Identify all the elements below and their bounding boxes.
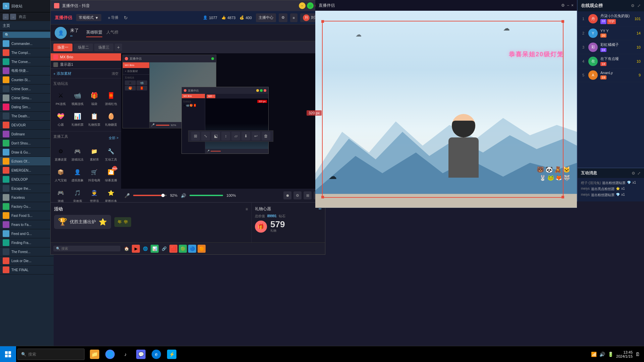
battery-icon[interactable]: 🔋 [608,352,613,357]
tool-admin[interactable]: 👮 管理员 [87,186,102,202]
list-item[interactable]: Look or Die... [0,256,54,265]
taskbar-app-5[interactable]: ⚡ [164,347,179,362]
taskbar-app-edge[interactable]: e [149,347,164,362]
edit-flip-v[interactable]: ▱ [231,132,240,140]
tool-avatar[interactable]: 👤 虚拟形象 [70,165,85,184]
search-input[interactable] [28,352,75,357]
interaction-egg[interactable]: 🥚 礼物砸蛋 [104,110,118,128]
interaction-pk[interactable]: ⚔ PK连线 [53,89,68,108]
notification-icon[interactable]: 🗓 [635,352,640,357]
list-item[interactable]: Faceless [0,193,54,202]
menu-button[interactable]: ≡ [290,13,298,22]
minimize-button[interactable]: − [299,2,306,9]
browser-tab-8[interactable]: 🔵 [188,245,196,253]
tool-chest[interactable]: 📦 人气宝箱 [53,165,68,184]
list-item[interactable]: Commander... [0,39,54,48]
resize-handle-tr[interactable] [561,20,564,23]
tab-league[interactable]: 英雄联盟 [86,28,102,37]
wifi-icon[interactable]: 📶 [591,352,597,357]
edit-expand[interactable]: ⊞ [191,132,200,140]
tool-audio[interactable]: 🎵 音效库 [70,186,85,202]
taskbar-app-browser-chrome[interactable]: 🌐 [103,347,117,362]
record-button[interactable]: ⏺ [283,191,291,199]
browser-tab-5[interactable]: 🔗 [160,245,168,253]
clear-label[interactable]: 清空 [112,71,118,76]
taskbar-app-tiktok[interactable]: ♪ [118,347,133,362]
edit-delete[interactable]: 🗑 [262,132,270,140]
settings-button[interactable]: ⚙ [279,13,287,22]
list-item[interactable]: Counter-St... [0,75,54,84]
list-item-the-final[interactable]: THE FINAL [0,265,54,275]
viewer-expand-icon[interactable]: ⤢ [637,3,641,8]
list-item[interactable]: Don't Shou... [0,139,54,148]
list-item[interactable]: Feed and G... [0,229,54,238]
source-item-display[interactable]: 显示器1 [51,61,121,69]
list-item[interactable]: The Conve... [0,57,54,66]
tool-games[interactable]: 🎮 游戏 [53,186,68,202]
stream-settings-button[interactable]: ⚙ [293,191,302,199]
browser-tab-7[interactable]: 🟢 [179,245,187,253]
resize-handle-tl[interactable] [321,20,324,23]
list-item[interactable]: The Death... [0,112,54,121]
browser-tab-1[interactable]: 🏠 [122,245,130,253]
tool-greenscreen[interactable]: 🎦 Beta 绿幕直播 [104,165,118,184]
taskbar-app-discord[interactable]: 💬 [133,347,148,362]
maximize-button[interactable]: □ [307,2,314,9]
lp-settings-icon[interactable]: ⚙ [561,3,565,8]
list-item[interactable]: Fast Food S... [0,211,54,220]
edit-undo[interactable]: ↩ [252,132,260,140]
tool-game[interactable]: 🎮 游戏玩法 [70,144,85,163]
taskbar-search[interactable]: 🔍 [17,349,85,360]
list-item[interactable]: Escape the... [0,184,54,193]
list-item[interactable]: Echoes Of... [0,157,54,166]
tool-star[interactable]: ⭐ 星图任务 [104,186,118,202]
taskbar-app-explorer[interactable]: 📁 [87,347,102,362]
layout-button[interactable]: ⊞ [304,191,312,199]
back-button[interactable]: ← [3,14,9,20]
edit-crop[interactable]: ⬕ [211,132,220,140]
list-item[interactable]: Dating Sim... [0,103,54,112]
mic-volume-handle[interactable] [161,194,165,197]
list-item[interactable]: Crime Simu... [0,94,54,103]
list-item[interactable]: The Forest... [0,247,54,256]
tool-interactive[interactable]: 🔧 互动工具 [104,144,118,163]
interaction-video[interactable]: 📹 视频连线 [70,89,85,108]
browser-tab-9[interactable]: 🟠 [198,245,206,253]
list-item[interactable]: 电视·快捷... [0,66,54,75]
clock[interactable]: 13:45 2024/1/15 [616,350,633,358]
tool-materials[interactable]: 📁 素材库 [87,144,102,163]
activity-menu-icon[interactable]: ≡ [246,207,248,212]
broadcaster-edit-button[interactable]: ✏ [70,34,79,38]
browser-tab-4[interactable]: 📊 [151,245,159,253]
resize-handle-br[interactable] [561,196,564,198]
edit-download[interactable]: ⬇ [241,132,250,140]
source-item-active[interactable]: MX Brio [51,53,121,61]
scene-tab-2[interactable]: 场景二 [74,44,93,51]
viewer-settings-icon[interactable]: ⚙ [631,3,635,8]
im-settings-icon[interactable]: ⚙ [632,171,635,176]
guide-button[interactable]: ≡ 导播 [108,15,118,20]
volume-icon[interactable]: 🔊 [599,352,605,357]
browser-tab-6[interactable]: 🟥 [169,245,177,253]
tools-all-button[interactable]: 全部 > [109,136,118,140]
add-source-button[interactable]: + 添加素材 清空 [51,69,121,78]
steam-menu-home[interactable]: 主页 [3,22,10,29]
tab-popularity[interactable]: 人气榜 [106,28,118,37]
preview-canvas[interactable]: 直播伴侣 MX Brio + 添加素材 互动玩法 [121,53,325,202]
interaction-gift[interactable]: 🎁 福袋 [87,89,102,108]
lp-close-icon[interactable]: × [571,3,574,8]
interaction-redpacket[interactable]: 🧧 游戏红包 [104,89,118,108]
list-item[interactable]: DEVOUR [0,121,54,130]
lp-minimize-icon[interactable]: − [567,3,569,8]
scene-tab-3[interactable]: 场景三 [94,44,113,51]
url-bar[interactable]: 🔍 [53,246,120,251]
speaker-volume-slider[interactable] [190,195,223,196]
mode-selector[interactable]: 常规模式 ▼ [76,14,101,21]
interaction-wish[interactable]: 💝 心愿 [53,110,68,128]
interaction-vote[interactable]: 📋 礼物投票 [87,110,102,128]
resize-handle-bl[interactable] [321,196,324,198]
start-button[interactable] [0,346,16,362]
mic-volume-slider[interactable] [133,195,167,196]
list-item[interactable]: Dollmare [0,130,54,139]
host-center-button[interactable]: 主播中心 [256,13,276,22]
